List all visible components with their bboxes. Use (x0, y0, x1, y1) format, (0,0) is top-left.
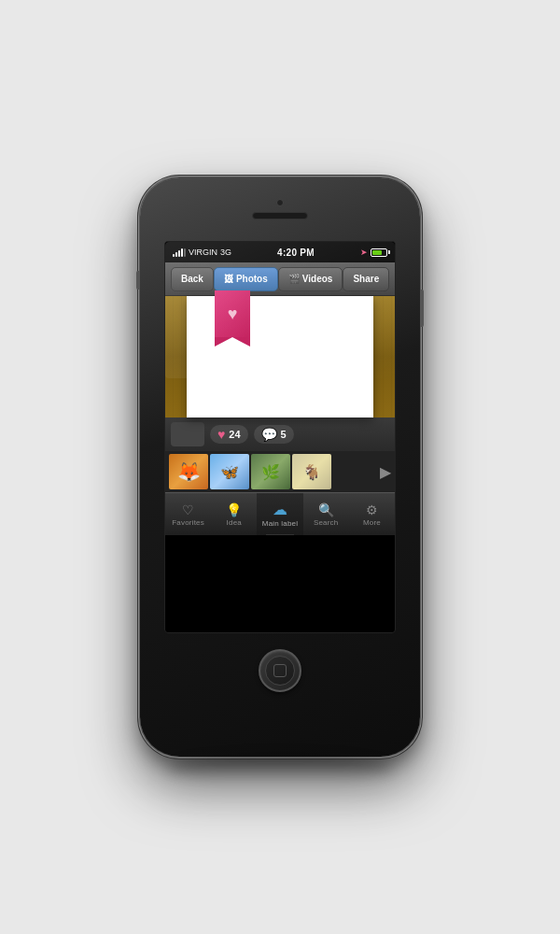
like-bar: ♥ 24 💬 5 (165, 417, 395, 451)
camera (276, 199, 284, 206)
carrier-label: VIRGIN (189, 248, 217, 257)
thumbnail-fox[interactable]: 🦊 (169, 454, 208, 489)
status-bar: VIRGIN 3G 4:20 PM ➤ (165, 242, 395, 262)
like-button[interactable]: ♥ 24 (210, 425, 248, 444)
next-arrow-icon[interactable]: ▶ (380, 463, 391, 481)
photos-label: Photos (236, 274, 268, 284)
speaker (252, 212, 308, 219)
battery-fill (372, 250, 382, 255)
main-content: ♥ (165, 296, 395, 417)
time-display: 4:20 PM (277, 248, 315, 258)
goat-icon: 🐐 (302, 463, 321, 481)
thumbnail-goat[interactable]: 🐐 (292, 454, 331, 489)
power-button[interactable] (420, 290, 424, 327)
volume-button[interactable] (136, 271, 140, 290)
nav-bar: Back 🖼 Photos 🎬 Videos Share (165, 262, 395, 296)
heart-bookmark-icon: ♥ (228, 304, 238, 324)
status-right: ➤ (360, 248, 387, 257)
tab-idea[interactable]: 💡 Idea (211, 493, 257, 535)
status-left: VIRGIN 3G (173, 248, 231, 257)
signal-bar-1 (173, 254, 175, 257)
tab-search[interactable]: 🔍 Search (303, 493, 349, 535)
photo-card[interactable]: ♥ (187, 296, 373, 417)
wood-background: ♥ (165, 296, 395, 417)
idea-icon: 💡 (226, 502, 242, 517)
videos-icon: 🎬 (288, 274, 300, 284)
signal-bar-5 (184, 248, 186, 257)
home-button-inner (265, 656, 295, 686)
comment-button[interactable]: 💬 5 (254, 425, 294, 444)
comment-icon: 💬 (261, 427, 277, 442)
search-icon: 🔍 (318, 502, 334, 517)
back-button[interactable]: Back (171, 267, 214, 291)
signal-bar-3 (178, 250, 180, 257)
bookmark-ribbon: ♥ (215, 290, 250, 337)
tab-more[interactable]: ⚙ More (349, 493, 395, 535)
tab-main-label[interactable]: ☁ Main label (257, 493, 302, 535)
home-square-icon (273, 664, 287, 677)
likes-count: 24 (229, 429, 240, 440)
main-label-label: Main label (262, 519, 298, 528)
tab-bar: ♡ Favorites 💡 Idea ☁ Main label 🔍 Search… (165, 492, 395, 535)
battery-indicator (371, 248, 387, 257)
thumbnail-preview (171, 422, 204, 446)
screen: VIRGIN 3G 4:20 PM ➤ Back 🖼 Photos 🎬 Vide… (164, 241, 396, 633)
more-label: More (363, 518, 381, 527)
favorites-label: Favorites (172, 518, 204, 527)
fox-icon: 🦊 (177, 460, 201, 483)
favorites-icon: ♡ (182, 502, 194, 517)
location-icon: ➤ (360, 248, 368, 257)
more-icon: ⚙ (366, 502, 378, 517)
signal-bars (173, 248, 186, 257)
photos-button[interactable]: 🖼 Photos (214, 267, 278, 291)
tab-favorites[interactable]: ♡ Favorites (165, 493, 211, 535)
plant-icon: 🌿 (261, 463, 280, 481)
search-label: Search (314, 518, 339, 527)
home-button[interactable] (259, 649, 301, 692)
thumbnail-butterfly[interactable]: 🦋 (210, 454, 249, 489)
cloud-icon: ☁ (273, 501, 287, 518)
idea-label: Idea (227, 518, 242, 527)
phone-frame: VIRGIN 3G 4:20 PM ➤ Back 🖼 Photos 🎬 Vide… (140, 177, 420, 757)
thumbnail-strip: 🦊 🦋 🌿 🐐 ▶ (165, 451, 395, 492)
videos-button[interactable]: 🎬 Videos (278, 267, 343, 291)
signal-bar-2 (175, 252, 177, 257)
bottom-bezel (140, 633, 420, 708)
photos-icon: 🖼 (224, 274, 233, 284)
comments-count: 5 (281, 429, 287, 440)
heart-icon: ♥ (217, 427, 225, 442)
share-button[interactable]: Share (343, 267, 389, 291)
butterfly-icon: 🦋 (220, 463, 239, 481)
thumbnail-plant[interactable]: 🌿 (251, 454, 290, 489)
network-label: 3G (220, 248, 231, 257)
top-bezel (140, 177, 420, 241)
signal-bar-4 (181, 248, 183, 257)
videos-label: Videos (302, 274, 333, 284)
